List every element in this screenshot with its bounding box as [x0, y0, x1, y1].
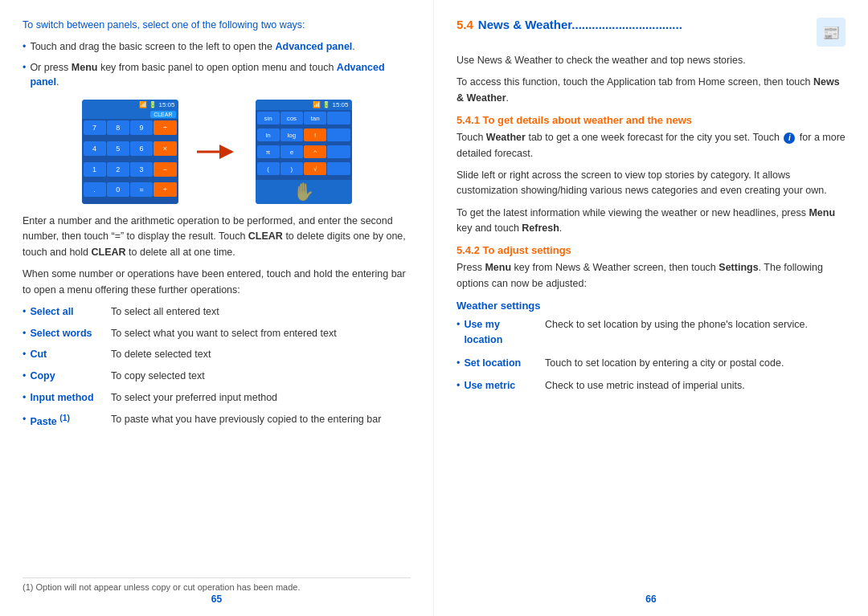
- weather-label-use-my-location: • Use mylocation: [457, 317, 545, 348]
- weather-settings-header: Weather settings: [457, 300, 845, 312]
- right-para1: Use News & Weather to check the weather …: [457, 53, 845, 68]
- calc-btn-dot: .: [84, 182, 106, 197]
- adv-btn-sqrt: √: [304, 162, 326, 175]
- calc-clear-row: CLEAR: [82, 110, 178, 119]
- menu-item-copy: • Copy To copy selected text: [23, 369, 411, 384]
- calc-btn-5: 5: [107, 141, 129, 156]
- arrow-area: [193, 136, 241, 168]
- menu-item-select-all: • Select all To select all entered text: [23, 304, 411, 320]
- calc-basic: 📶 🔋 15:05 CLEAR 7 8 9 ÷ 4 5 6 ×: [82, 100, 178, 204]
- menu-item-select-words: • Select words To select what you want t…: [23, 326, 411, 341]
- calc-clear-btn: CLEAR: [150, 111, 175, 118]
- menu-item-cut: • Cut To delete selected text: [23, 347, 411, 362]
- adv-btn-empty1: [327, 112, 350, 124]
- calc-btn-0: 0: [107, 182, 129, 197]
- menu-desc-select-all: To select all entered text: [111, 304, 411, 320]
- calc-btn-9: 9: [130, 120, 153, 135]
- calc-btn-1: 1: [84, 162, 106, 177]
- svg-text:📰: 📰: [822, 24, 841, 42]
- bullet-dot-1: •: [23, 39, 26, 55]
- section-header: 5.4 News & Weather......................…: [457, 18, 845, 47]
- weather-label-use-metric: • Use metric: [457, 378, 545, 394]
- calc-btn-4: 4: [84, 141, 106, 156]
- sub1-para1: Touch Weather tab to get a one week fore…: [457, 130, 845, 161]
- menu-label-paste: • Paste (1): [23, 412, 111, 430]
- para2: When some number or operations have been…: [23, 267, 411, 298]
- news-weather-icon: 📰: [819, 20, 843, 44]
- adv-btn-sin: sin: [257, 112, 280, 124]
- section-icon: 📰: [817, 18, 845, 47]
- menu-desc-input-method: To select your preferred input method: [111, 390, 411, 406]
- calc-screen-adv: 📶 🔋 15:05 sin cos tan ln log ! π e: [256, 100, 352, 204]
- adv-btn-log: log: [280, 129, 303, 141]
- menu-list: • Select all To select all entered text …: [23, 304, 411, 430]
- calc-area: 📶 🔋 15:05 CLEAR 7 8 9 ÷ 4 5 6 ×: [23, 100, 411, 204]
- menu-desc-cut: To delete selected text: [111, 347, 411, 362]
- menu-desc-select-words: To select what you want to select from e…: [111, 326, 411, 341]
- para1: Enter a number and the arithmetic operat…: [23, 214, 411, 260]
- menu-item-paste: • Paste (1) To paste what you have previ…: [23, 412, 411, 430]
- footnote: (1) Option will not appear unless copy o…: [23, 577, 411, 592]
- calc-btn-2: 2: [107, 162, 129, 177]
- subsection2-header: 5.4.2 To adjust settings: [457, 244, 845, 256]
- menu-item-input-method: • Input method To select your preferred …: [23, 390, 411, 406]
- subsection1-header: 5.4.1 To get details about weather and t…: [457, 114, 845, 126]
- calc-btn-mul: ×: [154, 141, 176, 156]
- menu-desc-copy: To copy selected text: [111, 369, 411, 384]
- calc-status-icons: 📶 🔋 15:05: [139, 101, 174, 108]
- info-icon: i: [784, 133, 795, 144]
- calc-adv-header: 📶 🔋 15:05: [256, 100, 352, 110]
- weather-desc-use-metric: Check to use metric instead of imperial …: [545, 378, 845, 394]
- sub1-para3: To get the latest information while view…: [457, 206, 845, 237]
- calc-btn-6: 6: [130, 141, 153, 156]
- hand-icon: 🤚: [293, 182, 314, 202]
- adv-btn-tan: tan: [304, 112, 326, 124]
- footnote-text: Option will not appear unless copy or cu…: [36, 582, 301, 592]
- calc-btn-7: 7: [84, 120, 106, 135]
- bullet1-text: Touch and drag the basic screen to the l…: [30, 39, 354, 55]
- calc-btn-8: 8: [107, 120, 129, 135]
- page-left: To switch between panels, select one of …: [0, 0, 434, 616]
- weather-item-use-metric: • Use metric Check to use metric instead…: [457, 378, 845, 394]
- page-num-right: 66: [645, 594, 656, 605]
- bullet1: • Touch and drag the basic screen to the…: [23, 39, 411, 55]
- menu-label-input-method: • Input method: [23, 390, 111, 406]
- hand-area: 🤚: [256, 180, 352, 204]
- adv-btn-pi: π: [257, 145, 280, 158]
- calc-header: 📶 🔋 15:05: [82, 100, 178, 110]
- weather-item-use-my-location: • Use mylocation Check to set location b…: [457, 317, 845, 348]
- weather-desc-set-location: Touch to set location by entering a city…: [545, 356, 845, 371]
- right-para2: To access this function, touch the Appli…: [457, 75, 845, 106]
- adv-btn-empty3: [327, 145, 350, 158]
- calc-btn-div: ÷: [154, 120, 176, 135]
- footnote-super: (1): [23, 582, 36, 592]
- sub2-para: Press Menu key from News & Weather scree…: [457, 260, 845, 292]
- calc-basic-grid: 7 8 9 ÷ 4 5 6 × 1 2 3 − . 0 = +: [82, 119, 178, 204]
- adv-btn-fact: !: [304, 129, 326, 141]
- adv-btn-empty2: [327, 129, 350, 141]
- menu-label-select-all: • Select all: [23, 304, 111, 320]
- calc-adv-status: 📶 🔋 15:05: [313, 101, 348, 108]
- bullet2: • Or press Menu key from basic panel to …: [23, 60, 411, 91]
- adv-btn-lparen: (: [257, 162, 280, 175]
- calc-btn-3: 3: [130, 162, 153, 177]
- swipe-arrow: [193, 136, 241, 168]
- adv-btn-e: e: [280, 145, 303, 158]
- page-num-left: 65: [211, 594, 222, 605]
- calc-adv-grid: sin cos tan ln log ! π e ^ ( ) √: [256, 110, 352, 180]
- menu-label-cut: • Cut: [23, 347, 111, 362]
- page-right: 5.4 News & Weather......................…: [434, 0, 868, 616]
- bullet-dot-2: •: [23, 60, 26, 75]
- weather-label-set-location: • Set location: [457, 356, 545, 371]
- section-num: 5.4: [457, 18, 473, 31]
- weather-desc-use-my-location: Check to set location by using the phone…: [545, 317, 845, 332]
- weather-item-set-location: • Set location Touch to set location by …: [457, 356, 845, 371]
- adv-btn-rparen: ): [280, 162, 303, 175]
- calc-btn-sub: −: [154, 162, 176, 177]
- menu-label-select-words: • Select words: [23, 326, 111, 341]
- adv-btn-cos: cos: [280, 112, 303, 124]
- adv-btn-empty4: [327, 162, 350, 175]
- menu-label-copy: • Copy: [23, 369, 111, 384]
- menu-desc-paste: To paste what you have previously copied…: [111, 412, 411, 427]
- calc-screen-basic: 📶 🔋 15:05 CLEAR 7 8 9 ÷ 4 5 6 ×: [82, 100, 178, 204]
